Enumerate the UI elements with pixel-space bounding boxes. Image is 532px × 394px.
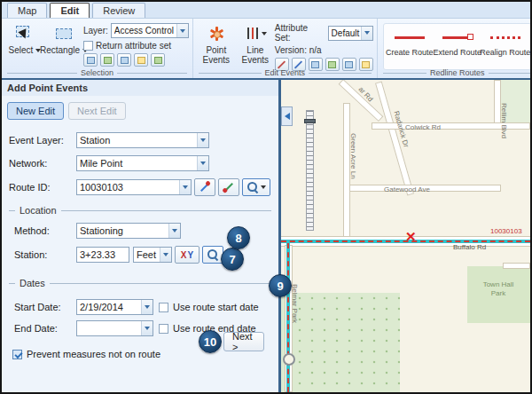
edit-events-tool-icon [328, 61, 336, 68]
route-search-dropdown-button[interactable] [242, 178, 270, 196]
selection-tool-icon [154, 57, 162, 64]
event-layer-select[interactable]: Station [76, 132, 209, 148]
park-area [281, 293, 400, 392]
network-value: Mile Point [80, 158, 197, 169]
return-attribute-set-checkbox[interactable] [83, 41, 93, 51]
extend-route-icon [442, 27, 473, 48]
start-date-input[interactable] [77, 300, 141, 314]
ribbon-body: Select Rectangle Layer: Access Control [2, 19, 530, 78]
end-date-input[interactable] [77, 321, 141, 335]
edit-events-tool-icon [345, 61, 353, 68]
map-canvas[interactable]: ✕ ar Rd Colwick Rd Rellim Blvd Radarick … [281, 80, 530, 392]
attribute-set-label: Attribute Set: [275, 23, 325, 43]
start-date-label: Start Date: [14, 302, 76, 312]
new-edit-button[interactable]: New Edit [7, 102, 64, 120]
use-route-start-date-checkbox[interactable] [159, 303, 168, 312]
chevron-down-icon [261, 185, 266, 189]
tab-edit[interactable]: Edit [50, 3, 90, 18]
station-input[interactable] [76, 247, 129, 263]
chevron-down-icon[interactable] [141, 300, 153, 314]
route-id-value: 10030103 [80, 182, 179, 193]
selection-toolbar-button[interactable] [100, 53, 114, 67]
network-label: Network: [9, 158, 76, 169]
use-route-start-date-label: Use route start date [173, 302, 259, 312]
road [503, 263, 530, 269]
prevent-measures-label: Prevent measures not on route [27, 349, 160, 359]
selection-tool-icon [87, 57, 95, 64]
tab-map[interactable]: Map [7, 3, 47, 18]
zoom-slider[interactable] [306, 110, 314, 231]
rectangle-tool-button[interactable]: Rectangle [44, 21, 83, 67]
point-events-icon [205, 22, 228, 45]
method-select[interactable]: Stationing [76, 223, 181, 239]
park-label: Town Hall Park [471, 280, 526, 298]
street-label: Colwick Rd [405, 123, 441, 131]
event-location-x-icon: ✕ [405, 229, 417, 245]
chevron-down-icon[interactable] [197, 156, 208, 170]
route-locate-icon [224, 183, 233, 192]
selection-tool-icon [104, 57, 112, 64]
selection-toolbar-button[interactable] [83, 53, 98, 67]
dates-section-header: Dates [9, 278, 271, 288]
version-label: Version: n/a [275, 45, 322, 55]
tab-review[interactable]: Review [92, 3, 145, 18]
edit-events-tool-icon [311, 61, 319, 68]
pick-route-on-map-button[interactable] [194, 178, 215, 196]
selection-toolbar-button[interactable] [151, 53, 165, 67]
edit-events-tool-icon [294, 60, 302, 68]
selection-tool-icon [137, 57, 145, 64]
layer-select[interactable]: Access Control [111, 23, 189, 38]
select-tool-button[interactable]: Select [5, 21, 44, 67]
zoom-slider-handle[interactable] [304, 119, 316, 123]
chevron-down-icon[interactable] [179, 180, 191, 194]
start-date-picker[interactable] [76, 299, 153, 315]
callout-8: 8 [227, 226, 250, 249]
point-events-button[interactable]: Point Events [197, 21, 236, 67]
redline-group-label: Redline Routes [383, 68, 532, 77]
network-select[interactable]: Mile Point [76, 155, 209, 171]
attribute-set-select[interactable]: Default [328, 26, 373, 41]
edit-events-group-label: Edit Events [199, 68, 372, 77]
create-route-button[interactable]: Create Route [387, 27, 432, 67]
chevron-down-icon[interactable] [176, 24, 188, 37]
end-date-label: End Date: [14, 323, 76, 334]
chevron-down-icon[interactable] [197, 133, 208, 147]
chevron-down-icon[interactable] [361, 27, 372, 40]
locate-route-button[interactable] [218, 178, 239, 196]
callout-7: 7 [221, 248, 244, 271]
use-route-end-date-checkbox[interactable] [159, 324, 168, 334]
next-edit-button[interactable]: Next Edit [68, 102, 126, 120]
line-events-label: Line Events [236, 45, 275, 65]
rectangle-tool-label: Rectangle [40, 45, 80, 55]
chevron-left-icon [285, 113, 290, 120]
callout-10: 10 [199, 330, 222, 353]
edit-events-tool-icon [278, 60, 286, 68]
location-section-header: Location [9, 205, 271, 216]
street-label: Buffalo Rd [453, 243, 486, 251]
street-label: Green Acre Ln [349, 133, 357, 179]
next-button[interactable]: Next > [223, 332, 264, 351]
app-window: Map Edit Review Select Rectangle [0, 0, 532, 394]
extend-route-button[interactable]: Extend Route [435, 27, 480, 67]
point-events-label: Point Events [197, 45, 236, 65]
realign-route-button[interactable]: Realign Route [483, 27, 528, 67]
route-id-combo[interactable]: 10030103 [76, 179, 192, 195]
selection-toolbar-button[interactable] [117, 53, 131, 67]
chevron-down-icon[interactable] [168, 224, 180, 238]
end-date-picker[interactable] [76, 320, 153, 336]
xy-button[interactable]: XY [175, 246, 200, 264]
panel-title: Add Point Events [2, 80, 278, 96]
chevron-down-icon[interactable] [160, 248, 171, 262]
line-events-icon [244, 22, 267, 45]
select-tool-label: Select [9, 45, 34, 55]
prevent-measures-checkbox[interactable] [12, 350, 22, 359]
units-select[interactable]: Feet [133, 247, 172, 263]
panel-collapse-button[interactable] [281, 106, 293, 126]
selection-group-label: Selection [7, 68, 187, 77]
route-number-label: 10030103 [490, 227, 522, 235]
chevron-down-icon[interactable] [141, 321, 153, 335]
line-events-button[interactable]: Line Events [236, 21, 275, 67]
ribbon-tab-strip: Map Edit Review [2, 2, 530, 19]
create-route-icon [395, 27, 425, 48]
selection-toolbar-button[interactable] [134, 53, 148, 67]
